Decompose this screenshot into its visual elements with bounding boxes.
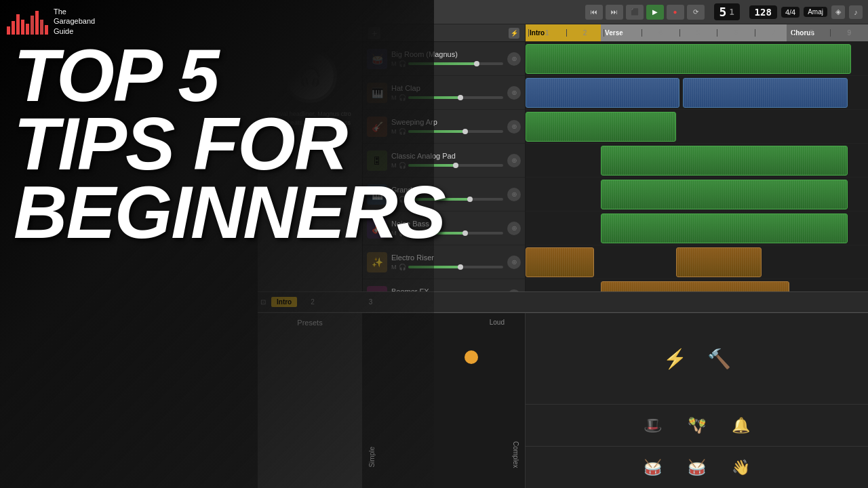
track-volume-3[interactable]: ◎ [507,120,521,134]
rewind-button[interactable]: ⏮ [585,5,603,20]
timeline-ruler: Intro Verse Chorus 123456789 [526,24,868,42]
ruler-mark-5: 5 [679,29,717,37]
clip-waveform-5-1 [601,180,847,209]
ruler-mark-2: 2 [566,29,604,37]
record-button[interactable]: ● [667,5,684,20]
instrument-icons-middle: 🎩 🪇 🔔 [526,404,868,446]
clip-row-5 [526,178,868,211]
play-button[interactable]: ▶ [646,5,664,20]
clip-row-7 [526,245,868,279]
clip-6-1[interactable] [601,214,848,243]
clip-7-2[interactable] [676,247,762,277]
clip-waveform-2-1 [526,79,679,107]
clip-row-6 [526,211,868,245]
clip-waveform-1-1 [526,45,850,73]
clip-waveform-4-1 [601,146,847,175]
cycle-button[interactable]: ⟳ [687,5,705,20]
transport-controls: ⏮ ⏭ ⬛ ▶ ● ⟳ [585,5,705,20]
ruler-mark-7: 7 [755,29,793,37]
instrument-icons-bottom: 🥁 🥁 👋 [526,446,868,488]
clip-row-2 [526,76,868,110]
big-text-line2: TIPS FOR [14,109,445,178]
position-bar: 5 [719,5,727,19]
clip-waveform-7-2 [677,248,761,277]
logo-bar-6 [31,16,34,35]
logo-bar-1 [7,26,10,35]
loud-label: Loud [490,319,505,326]
logo-line2: Garageband [54,16,95,26]
ruler-mark-3: 3 [604,29,642,37]
clip-waveform-2-2 [684,79,846,107]
xy-dot[interactable] [465,350,478,364]
clip-waveform-6-1 [601,214,847,243]
ruler-mark-8: 8 [793,29,831,37]
complex-label: Complex [512,441,519,468]
instrument-panel: ⚡ 🔨 🎩 🪇 🔔 🥁 🥁 👋 [526,313,868,488]
fast-forward-button[interactable]: ⏭ [606,5,623,20]
track-volume-2[interactable]: ◎ [507,86,521,100]
tracks-filter-icon[interactable]: ⚡ [509,28,519,39]
clip-waveform-7-1 [526,248,593,277]
logo-bars [7,7,48,35]
position-beat: 1 [729,7,734,17]
maraca-icon[interactable]: 🪇 [682,410,712,441]
big-text-line1: TOP 5 [14,41,445,109]
ruler-mark-9: 9 [830,29,868,37]
clip-7-1[interactable] [526,247,594,277]
gong-icon[interactable]: 🥁 [637,452,668,483]
stop-button[interactable]: ⬛ [626,5,644,20]
time-signature[interactable]: 4/4 [781,7,800,18]
lightning-icon[interactable]: ⚡ [660,344,690,374]
clip-3-1[interactable] [526,112,676,142]
ruler-mark-6: 6 [717,29,755,37]
track-volume-5[interactable]: ◎ [507,188,521,201]
track-volume-6[interactable]: ◎ [507,222,521,235]
clip-2-1[interactable] [526,78,679,108]
ruler-mark-4: 4 [642,29,679,37]
track-volume-7[interactable]: ◎ [507,256,521,269]
ruler-mark-1: 1 [528,29,566,37]
clips-container [526,42,868,312]
clip-2-2[interactable] [683,78,847,108]
clip-5-1[interactable] [601,180,848,209]
clap-icon[interactable]: 👋 [726,452,756,483]
clip-row-3 [526,110,868,144]
tempo-display[interactable]: 128 [749,5,777,19]
logo-area: The Garageband Guide [7,7,95,36]
left-overlay: The Garageband Guide TOP 5 TIPS FOR BEGI… [0,0,434,488]
instrument-icons-top: ⚡ 🔨 [526,313,868,404]
arrange-area: Intro Verse Chorus 123456789 [526,24,868,312]
big-text-line3: BEGINNERS [14,178,445,246]
logo-text: The Garageband Guide [54,7,95,36]
track-volume-4[interactable]: ◎ [507,154,521,167]
logo-bar-7 [35,11,39,35]
key-display[interactable]: Amaj [804,7,827,17]
clip-waveform-3-1 [526,113,675,141]
hat-icon[interactable]: 🎩 [637,410,668,441]
position-display: 5 1 [714,3,740,20]
logo-bar-3 [16,14,20,35]
cowbell-icon[interactable]: 🔔 [726,410,756,441]
midi-icon[interactable]: ♪ [849,5,863,19]
track-volume-1[interactable]: ◎ [507,52,521,66]
smart-controls-icon[interactable]: ◈ [831,5,845,19]
clip-1-1[interactable] [526,44,851,74]
clip-row-1 [526,42,868,76]
snare-icon[interactable]: 🥁 [682,452,712,483]
logo-line1: The [54,7,95,16]
clip-4-1[interactable] [601,146,848,176]
big-text-overlay: TOP 5 TIPS FOR BEGINNERS [14,41,445,247]
clip-row-4 [526,144,868,178]
hammer-icon[interactable]: 🔨 [704,344,734,374]
